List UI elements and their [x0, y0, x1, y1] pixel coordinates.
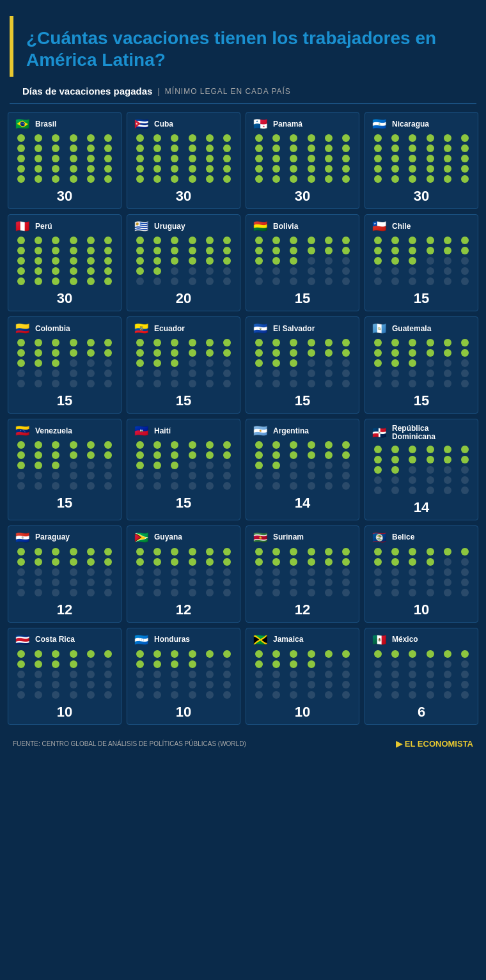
dot [189, 579, 196, 586]
dot [136, 691, 144, 699]
card-header: 🇧🇿Belice [370, 531, 473, 544]
dot [52, 462, 59, 469]
dot [206, 359, 214, 367]
dot [308, 155, 315, 162]
dot [136, 175, 144, 183]
dot [290, 175, 297, 183]
dot [17, 359, 25, 367]
dot [87, 369, 95, 377]
dot [52, 144, 59, 152]
dot [427, 144, 434, 152]
country-name: Brasil [35, 120, 56, 128]
dot [136, 441, 144, 449]
dot [35, 579, 42, 586]
country-name: Surinam [273, 533, 304, 541]
dot [35, 451, 42, 459]
dot [104, 671, 112, 678]
country-name: Nicaragua [392, 120, 429, 128]
dot [52, 472, 59, 479]
dots-grid [251, 237, 354, 285]
dot [87, 247, 95, 254]
dot [255, 558, 263, 566]
dot [136, 369, 144, 377]
country-card: 🇪🇨Ecuador15 [127, 316, 240, 414]
dot [342, 671, 350, 678]
dot [136, 548, 144, 556]
dot [374, 650, 382, 658]
dot [171, 691, 178, 699]
footer-source: FUENTE: CENTRO GLOBAL DE ANÁLISIS DE POL… [13, 740, 246, 747]
country-flag: 🇵🇦 [251, 118, 269, 130]
dot [391, 558, 399, 566]
dot [35, 472, 42, 479]
dot [290, 155, 297, 162]
dot [171, 277, 178, 285]
country-name: Guatemala [392, 325, 431, 333]
dot [461, 267, 469, 275]
dot [70, 568, 77, 576]
dot [308, 548, 315, 556]
dot [223, 247, 231, 254]
dot [206, 175, 214, 183]
dot [87, 277, 95, 285]
dot [70, 558, 77, 566]
dot [308, 462, 315, 469]
dot [290, 267, 297, 275]
dot [409, 466, 416, 474]
dot [171, 175, 178, 183]
dot [136, 650, 144, 658]
dot [223, 257, 231, 265]
dot [272, 482, 280, 490]
dot [35, 681, 42, 688]
dot [272, 568, 280, 576]
dot [223, 237, 231, 244]
dot [290, 660, 297, 668]
dot [461, 671, 469, 678]
dot [427, 155, 434, 162]
dot [391, 369, 399, 377]
dot [189, 671, 196, 678]
dot [17, 671, 25, 678]
dot [223, 134, 231, 142]
country-flag: 🇺🇾 [132, 220, 150, 233]
dot [272, 660, 280, 668]
country-name: Guyana [154, 533, 182, 541]
dot [87, 451, 95, 459]
dot [136, 359, 144, 367]
dot [308, 380, 315, 387]
country-flag: 🇭🇳 [132, 634, 150, 646]
dots-grid [132, 237, 235, 285]
dot [104, 589, 112, 596]
dot [153, 144, 161, 152]
dots-grid [251, 339, 354, 387]
dot [342, 548, 350, 556]
dot [308, 558, 315, 566]
dot [70, 681, 77, 688]
dot [427, 456, 434, 463]
dot [308, 134, 315, 142]
dot [206, 165, 214, 173]
dot [104, 155, 112, 162]
dot [290, 558, 297, 566]
dot [427, 165, 434, 173]
dot [52, 671, 59, 678]
dot [444, 237, 451, 244]
dot [391, 650, 399, 658]
country-flag: 🇵🇪 [13, 220, 31, 233]
dot [52, 339, 59, 346]
dot [325, 247, 333, 254]
days-number: 15 [295, 393, 310, 409]
dot [70, 671, 77, 678]
dot [136, 277, 144, 285]
days-number: 10 [414, 602, 429, 618]
dot [104, 175, 112, 183]
dot [189, 650, 196, 658]
dot [308, 441, 315, 449]
country-card: 🇵🇾Paraguay12 [8, 525, 122, 623]
dots-grid [370, 237, 473, 285]
dot [189, 369, 196, 377]
dot [325, 339, 333, 346]
days-number: 12 [57, 602, 72, 618]
dot [35, 144, 42, 152]
dot [255, 165, 263, 173]
